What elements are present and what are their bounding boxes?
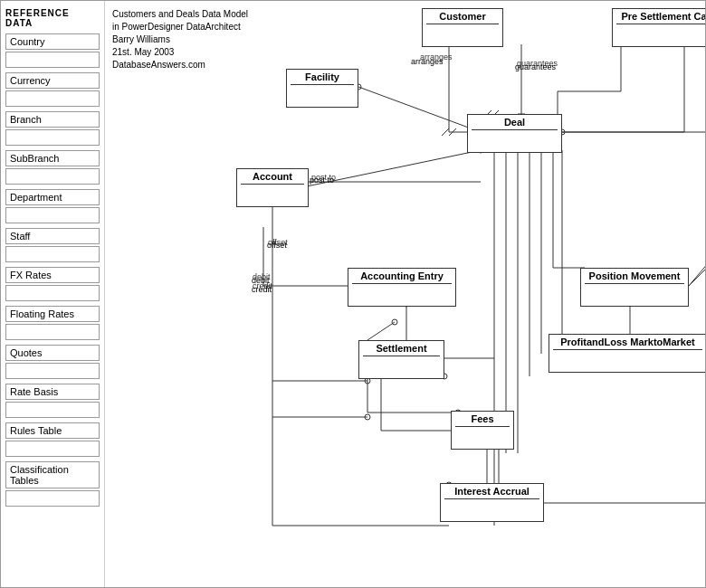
sidebar-box-branch — [5, 129, 100, 146]
title-line1: Customers and Deals Data Model — [112, 8, 248, 21]
sidebar-group-rules: Rules Table — [5, 422, 100, 460]
svg-line-73 — [442, 128, 449, 136]
title-line5: DatabaseAnswers.com — [112, 59, 248, 71]
sidebar-group-classification: Classification Tables — [5, 461, 100, 510]
sidebar-box-department — [5, 207, 100, 223]
sidebar-item-classification[interactable]: Classification Tables — [5, 461, 100, 488]
sidebar-group-staff: Staff — [5, 228, 100, 266]
sidebar-group-floating: Floating Rates — [5, 306, 100, 344]
diagram-title: Customers and Deals Data Model in PowerD… — [112, 8, 248, 71]
entity-facility[interactable]: Facility — [286, 69, 358, 108]
entity-account-body — [241, 186, 304, 204]
entity-deal-body — [472, 132, 558, 150]
sidebar-group-ratebasis: Rate Basis — [5, 384, 100, 422]
entity-account-title: Account — [241, 171, 304, 185]
sidebar-box-staff — [5, 246, 100, 262]
sidebar: REFERENCE DATA Country Currency Branch S… — [1, 1, 105, 588]
label-credit: credit — [252, 285, 272, 294]
svg-line-43 — [367, 322, 395, 340]
sidebar-group-department: Department — [5, 189, 100, 227]
label-guarantees: guarantees — [515, 62, 556, 71]
entity-pre-settlement[interactable]: Pre Settlement Cashflow — [612, 8, 706, 47]
entity-accounting-entry[interactable]: Accounting Entry — [348, 268, 456, 307]
sidebar-item-floating[interactable]: Floating Rates — [5, 306, 100, 322]
svg-point-44 — [392, 319, 397, 325]
svg-point-66 — [365, 414, 370, 420]
sidebar-title: REFERENCE DATA — [5, 8, 100, 28]
sidebar-item-staff[interactable]: Staff — [5, 228, 100, 244]
sidebar-item-subbranch[interactable]: SubBranch — [5, 150, 100, 166]
entity-position-movement[interactable]: Position Movement — [580, 268, 689, 307]
entity-interest-accrual-title: Interest Accrual — [444, 486, 539, 499]
main-container: REFERENCE DATA Country Currency Branch S… — [1, 1, 706, 588]
sidebar-box-classification — [5, 490, 100, 507]
entity-pre-settlement-body — [616, 26, 706, 44]
sidebar-item-country[interactable]: Country — [5, 33, 100, 50]
entity-customer-body — [426, 26, 499, 44]
entity-fees-body — [455, 429, 510, 447]
entity-interest-accrual-body — [444, 501, 539, 519]
entity-accounting-entry-title: Accounting Entry — [352, 270, 452, 284]
entity-position-movement-title: Position Movement — [585, 270, 684, 284]
sidebar-box-quotes — [5, 363, 100, 379]
entity-deal-title: Deal — [472, 117, 558, 130]
sidebar-item-department[interactable]: Department — [5, 189, 100, 205]
sidebar-box-fxrates — [5, 285, 100, 301]
diagram-area: Customers and Deals Data Model in PowerD… — [105, 1, 706, 588]
sidebar-item-fxrates[interactable]: FX Rates — [5, 267, 100, 283]
sidebar-box-ratebasis — [5, 402, 100, 418]
sidebar-box-floating — [5, 324, 100, 340]
title-line3: Barry Williams — [112, 33, 248, 46]
label-debit: debit — [252, 276, 270, 285]
entity-pnl[interactable]: ProfitandLoss MarktoMarket — [549, 334, 706, 373]
sidebar-group-country: Country — [5, 33, 100, 71]
entity-deal[interactable]: Deal — [467, 114, 562, 153]
entity-pnl-body — [553, 352, 702, 370]
sidebar-group-fxrates: FX Rates — [5, 267, 100, 305]
entity-facility-body — [291, 87, 354, 105]
title-line4: 21st. May 2003 — [112, 46, 248, 59]
sidebar-box-currency — [5, 90, 100, 107]
label-post-to: post to — [310, 175, 334, 185]
entity-settlement[interactable]: Settlement — [358, 340, 444, 379]
sidebar-item-ratebasis[interactable]: Rate Basis — [5, 384, 100, 400]
sidebar-item-branch[interactable]: Branch — [5, 111, 100, 128]
sidebar-box-country — [5, 52, 100, 68]
sidebar-box-subbranch — [5, 168, 100, 185]
svg-line-13 — [358, 87, 481, 132]
entity-fees[interactable]: Fees — [451, 411, 514, 450]
entity-accounting-entry-body — [352, 286, 452, 304]
entity-pre-settlement-title: Pre Settlement Cashflow — [616, 11, 706, 24]
label-offset: offset — [267, 241, 287, 250]
entity-interest-accrual[interactable]: Interest Accrual — [440, 483, 544, 522]
entity-facility-title: Facility — [291, 71, 354, 85]
sidebar-group-subbranch: SubBranch — [5, 150, 100, 188]
entity-position-movement-body — [585, 286, 684, 304]
svg-line-52 — [689, 227, 706, 286]
svg-line-74 — [449, 128, 456, 136]
sidebar-item-currency[interactable]: Currency — [5, 72, 100, 89]
sidebar-item-rules[interactable]: Rules Table — [5, 422, 100, 439]
entity-account[interactable]: Account — [236, 168, 309, 207]
sidebar-group-branch: Branch — [5, 111, 100, 149]
label-arranges: arranges — [411, 57, 444, 66]
sidebar-group-currency: Currency — [5, 72, 100, 110]
svg-line-53 — [689, 236, 706, 286]
sidebar-box-rules — [5, 441, 100, 457]
entity-fees-title: Fees — [455, 413, 510, 427]
entity-customer[interactable]: Customer — [422, 8, 503, 47]
entity-pnl-title: ProfitandLoss MarktoMarket — [553, 337, 702, 350]
sidebar-group-quotes: Quotes — [5, 345, 100, 383]
entity-customer-title: Customer — [426, 11, 499, 24]
title-line2: in PowerDesigner DataArchitect — [112, 21, 248, 33]
sidebar-item-quotes[interactable]: Quotes — [5, 345, 100, 361]
entity-settlement-body — [363, 358, 440, 376]
entity-settlement-title: Settlement — [363, 343, 440, 356]
